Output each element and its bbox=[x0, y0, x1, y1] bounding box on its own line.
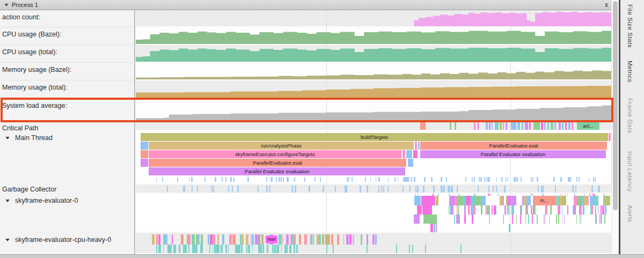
tick-mark[interactable] bbox=[478, 186, 479, 193]
trace-slice[interactable] bbox=[492, 205, 493, 215]
trace-slice[interactable] bbox=[460, 245, 462, 253]
trace-slice[interactable] bbox=[572, 122, 573, 130]
trace-slice[interactable] bbox=[574, 196, 577, 205]
tick-mark[interactable] bbox=[320, 177, 321, 182]
tick-mark[interactable] bbox=[568, 177, 569, 182]
trace-slice[interactable] bbox=[509, 224, 510, 232]
tick-mark[interactable] bbox=[291, 186, 293, 193]
trace-slice[interactable] bbox=[409, 245, 410, 253]
trace-slice[interactable] bbox=[420, 122, 426, 130]
trace-slice[interactable] bbox=[262, 245, 264, 253]
tick-mark[interactable] bbox=[533, 177, 534, 182]
tick-mark[interactable] bbox=[394, 177, 396, 182]
trace-slice[interactable] bbox=[535, 205, 536, 215]
trace-slice[interactable] bbox=[326, 234, 329, 245]
trace-slice[interactable] bbox=[141, 142, 148, 150]
trace-slice[interactable] bbox=[258, 245, 260, 253]
trace-slice[interactable] bbox=[197, 234, 200, 245]
tick-mark[interactable] bbox=[579, 177, 580, 182]
trace-slice[interactable] bbox=[436, 224, 437, 232]
trace-slice[interactable]: buildTargets bbox=[141, 133, 608, 141]
trace-slice[interactable] bbox=[402, 150, 405, 158]
trace-slice[interactable] bbox=[544, 122, 546, 130]
trace-slice[interactable] bbox=[274, 245, 275, 253]
trace-slice[interactable] bbox=[353, 234, 354, 245]
trace-slice[interactable] bbox=[331, 234, 333, 245]
trace-slice[interactable] bbox=[547, 122, 549, 130]
trace-slice[interactable]: skyframeExecutor.configureTargets bbox=[149, 150, 401, 158]
trace-slice[interactable] bbox=[559, 122, 561, 130]
trace-slice[interactable] bbox=[415, 142, 417, 150]
trace-slice[interactable] bbox=[154, 234, 155, 245]
tick-mark[interactable] bbox=[162, 177, 164, 182]
trace-slice[interactable] bbox=[241, 245, 243, 253]
tick-mark[interactable] bbox=[365, 177, 366, 182]
trace-slice[interactable] bbox=[458, 205, 459, 215]
tick-mark[interactable] bbox=[516, 177, 518, 182]
tick-mark[interactable] bbox=[237, 186, 239, 193]
trace-slice[interactable] bbox=[568, 122, 570, 130]
trace-slice[interactable] bbox=[562, 122, 564, 130]
trace-slice[interactable] bbox=[163, 234, 165, 245]
tick-mark[interactable] bbox=[197, 186, 199, 193]
trace-slice[interactable] bbox=[537, 215, 538, 224]
tick-mark[interactable] bbox=[595, 177, 596, 182]
tick-mark[interactable] bbox=[531, 194, 532, 196]
trace-slice[interactable] bbox=[201, 245, 203, 253]
trace-slice[interactable] bbox=[528, 215, 529, 224]
tick-mark[interactable] bbox=[560, 177, 562, 182]
trace-slice[interactable] bbox=[313, 234, 314, 245]
trace-slice[interactable] bbox=[487, 205, 488, 215]
trace-slice[interactable] bbox=[187, 234, 188, 245]
tick-mark[interactable] bbox=[184, 186, 185, 193]
tick-mark[interactable] bbox=[424, 177, 425, 182]
trace-slice[interactable] bbox=[609, 133, 611, 141]
tick-mark[interactable] bbox=[225, 177, 226, 182]
collapse-triangle-icon[interactable] bbox=[5, 239, 10, 241]
trace-slice[interactable] bbox=[550, 205, 552, 215]
trace-slice[interactable] bbox=[228, 245, 229, 253]
trace-slice[interactable] bbox=[581, 205, 582, 215]
trace-slice[interactable] bbox=[601, 215, 602, 224]
trace-slice[interactable] bbox=[396, 245, 397, 253]
trace-slice[interactable] bbox=[454, 215, 455, 224]
tick-mark[interactable] bbox=[213, 186, 215, 193]
trace-slice[interactable] bbox=[372, 234, 375, 245]
collapse-triangle-icon[interactable] bbox=[5, 200, 10, 202]
trace-slice[interactable] bbox=[286, 245, 288, 253]
trace-slice[interactable] bbox=[562, 215, 563, 224]
trace-slice[interactable] bbox=[239, 245, 240, 253]
trace-slice[interactable] bbox=[584, 196, 588, 205]
trace-slice[interactable] bbox=[468, 205, 469, 215]
tick-mark[interactable] bbox=[488, 186, 489, 193]
trace-slice[interactable] bbox=[541, 122, 543, 130]
trace-slice[interactable] bbox=[423, 215, 437, 224]
tick-mark[interactable] bbox=[443, 186, 445, 193]
tick-mark[interactable] bbox=[387, 186, 389, 193]
tick-mark[interactable] bbox=[575, 186, 576, 193]
trace-slice[interactable] bbox=[156, 245, 158, 253]
tick-mark[interactable] bbox=[258, 186, 259, 193]
trace-slice[interactable] bbox=[322, 234, 324, 245]
tick-mark[interactable] bbox=[508, 177, 508, 182]
trace-slice[interactable] bbox=[210, 234, 213, 245]
trace-slice[interactable] bbox=[517, 122, 520, 130]
trace-slice[interactable] bbox=[449, 196, 455, 205]
tick-mark[interactable] bbox=[446, 177, 448, 182]
trace-slice[interactable] bbox=[574, 205, 575, 215]
tick-mark[interactable] bbox=[449, 186, 450, 193]
tick-mark[interactable] bbox=[414, 177, 415, 182]
trace-slice[interactable] bbox=[267, 245, 268, 253]
trace-slice[interactable] bbox=[418, 142, 420, 150]
trace-slice[interactable] bbox=[282, 234, 283, 245]
tick-mark[interactable] bbox=[506, 177, 507, 182]
trace-slice[interactable] bbox=[520, 215, 521, 224]
side-tab-file-size-stats[interactable]: File Size Stats bbox=[627, 4, 633, 48]
tick-mark[interactable] bbox=[370, 177, 371, 182]
tick-mark[interactable] bbox=[411, 177, 412, 182]
trace-slice[interactable] bbox=[172, 234, 173, 245]
trace-slice[interactable] bbox=[417, 205, 422, 215]
trace-slice[interactable] bbox=[333, 245, 334, 253]
trace-slice[interactable]: Parallel Evaluator evaluation bbox=[420, 150, 606, 158]
trace-slice[interactable] bbox=[523, 196, 527, 205]
